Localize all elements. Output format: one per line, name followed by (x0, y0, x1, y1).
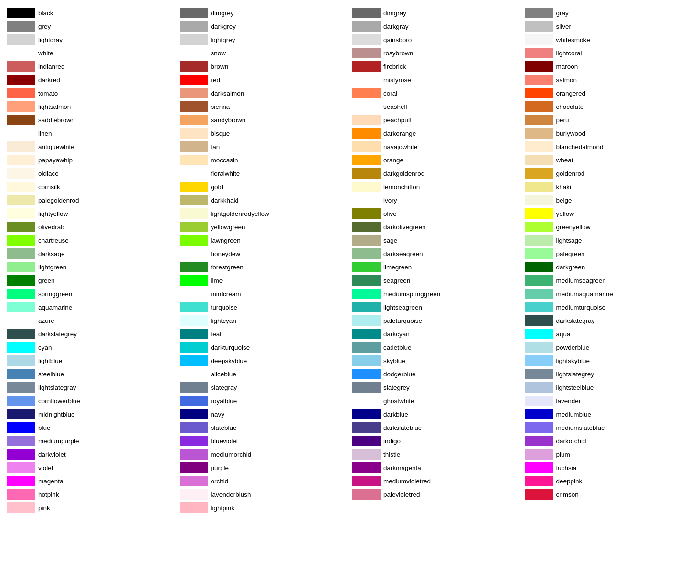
color-swatch (525, 275, 553, 286)
color-name-label: goldenrod (556, 170, 585, 177)
color-swatch (525, 329, 553, 339)
color-swatch (7, 396, 35, 406)
column-2: dimgraydarkgraygainsbororosybrownfirebri… (350, 5, 523, 516)
color-name-label: yellow (556, 210, 574, 217)
color-row: slategray (180, 381, 349, 394)
color-row: darkgreen (525, 261, 694, 273)
color-swatch (180, 88, 208, 98)
color-name-label: dodgerblue (383, 371, 416, 378)
color-swatch (352, 101, 381, 112)
color-swatch (7, 61, 35, 72)
color-name-label: chartreuse (38, 237, 69, 244)
color-row: linen (7, 127, 176, 139)
color-swatch (180, 128, 208, 139)
color-swatch (352, 34, 381, 45)
color-row: darkgoldenrod (352, 167, 521, 180)
color-name-label: tomato (38, 90, 58, 97)
color-name-label: red (211, 76, 221, 84)
color-name-label: snow (211, 50, 226, 57)
color-row: greenyellow (525, 221, 694, 233)
color-swatch (352, 489, 381, 500)
color-name-label: peru (556, 117, 569, 124)
color-name-label: olive (383, 210, 397, 217)
color-swatch (180, 262, 208, 272)
color-swatch (180, 502, 208, 513)
color-name-label: brown (211, 63, 229, 70)
color-swatch (525, 302, 553, 312)
color-swatch (352, 382, 381, 393)
color-row: aquamarine (7, 301, 176, 313)
color-name-label: sage (383, 237, 397, 244)
color-swatch (7, 248, 35, 259)
color-swatch (525, 208, 553, 219)
color-row: grey (7, 20, 176, 32)
color-row: yellow (525, 207, 694, 220)
color-row: olive (352, 207, 521, 220)
color-name-label: skyblue (383, 357, 405, 364)
color-name-label: crimson (556, 491, 579, 498)
color-name-label: lightblue (38, 357, 62, 364)
color-name-label: wheat (556, 157, 573, 164)
color-swatch (352, 48, 381, 58)
color-swatch (525, 462, 553, 473)
color-name-label: darkmagenta (383, 464, 421, 471)
color-swatch (525, 355, 553, 366)
color-row: lavender (525, 395, 694, 407)
color-row: darkslateblue (352, 421, 521, 434)
color-swatch (7, 275, 35, 286)
color-swatch (352, 115, 381, 125)
color-name-label: saddlebrown (38, 117, 75, 124)
color-name-label: darkgoldenrod (383, 170, 424, 177)
color-row: lightskyblue (525, 354, 694, 367)
color-row: tan (180, 140, 349, 153)
color-row: hotpink (7, 488, 176, 501)
color-swatch (180, 289, 208, 299)
color-swatch (352, 436, 381, 446)
color-swatch (525, 8, 553, 18)
color-name-label: mediumorchid (211, 451, 252, 458)
color-swatch (7, 476, 35, 486)
color-swatch (525, 34, 553, 45)
color-name-label: whitesmoke (556, 36, 590, 43)
color-swatch (352, 8, 381, 18)
color-name-label: royalblue (211, 397, 237, 405)
color-row: maroon (525, 60, 694, 73)
color-swatch (180, 489, 208, 500)
color-name-label: gray (556, 10, 569, 17)
color-swatch (352, 262, 381, 272)
color-name-label: darkslateblue (383, 424, 422, 431)
color-swatch (352, 168, 381, 179)
color-row: lightslategray (7, 381, 176, 394)
color-name-label: springgreen (38, 290, 72, 298)
color-swatch (525, 262, 553, 272)
color-name-label: lavenderblush (211, 491, 251, 498)
color-swatch (180, 75, 208, 85)
color-row: chartreuse (7, 234, 176, 246)
color-name-label: lightcoral (556, 50, 582, 57)
color-swatch (352, 462, 381, 473)
color-row: darkviolet (7, 448, 176, 460)
color-swatch (525, 248, 553, 259)
color-row: gray (525, 7, 694, 19)
color-row: honeydew (180, 247, 349, 260)
color-swatch (7, 235, 35, 246)
color-swatch (7, 8, 35, 18)
color-swatch (180, 275, 208, 286)
color-name-label: cornflowerblue (38, 397, 80, 405)
color-name-label: darkblue (383, 411, 408, 418)
color-row: powderblue (525, 341, 694, 353)
color-name-label: lime (211, 277, 223, 284)
color-row: indigo (352, 435, 521, 447)
color-row: white (7, 47, 176, 59)
color-name-label: forestgreen (211, 264, 244, 271)
color-row: goldenrod (525, 167, 694, 180)
color-row: tomato (7, 87, 176, 99)
color-row: darkturquoise (180, 341, 349, 353)
color-row: lightcyan (180, 314, 349, 327)
color-row: mistyrose (352, 74, 521, 86)
color-swatch (7, 369, 35, 379)
color-swatch (7, 289, 35, 299)
color-row: moccasin (180, 154, 349, 166)
color-name-label: teal (211, 331, 222, 338)
color-swatch (180, 476, 208, 486)
